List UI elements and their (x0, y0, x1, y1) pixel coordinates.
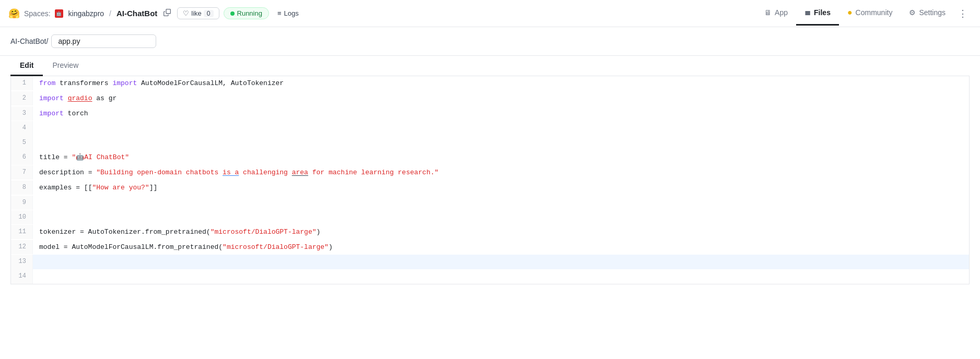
code-line-active: 13 (11, 255, 969, 269)
tab-files-label: Files (814, 8, 831, 17)
logs-icon: ≡ (277, 9, 282, 17)
line-content: examples = [["How are you?"]] (33, 181, 969, 196)
line-number: 10 (11, 210, 33, 224)
top-navigation: 🤗 Spaces: 🤖 kingabzpro / AI-ChatBot ♡ li… (0, 0, 980, 27)
line-number: 2 (11, 91, 33, 105)
more-options-button[interactable]: ⋮ (954, 6, 972, 21)
code-editor[interactable]: 1 from transformers import AutoModelForC… (10, 76, 970, 284)
line-content: tokenizer = AutoTokenizer.from_pretraine… (33, 225, 969, 240)
line-number: 13 (11, 255, 33, 269)
logs-label: Logs (284, 9, 299, 17)
line-content (33, 255, 969, 259)
line-number: 3 (11, 106, 33, 121)
line-number: 4 (11, 121, 33, 135)
line-number: 6 (11, 150, 33, 164)
line-number: 5 (11, 136, 33, 150)
settings-icon: ⚙ (909, 8, 916, 17)
tab-settings-label: Settings (919, 8, 946, 17)
line-number: 9 (11, 196, 33, 210)
line-content (33, 210, 969, 214)
copy-button[interactable] (161, 8, 173, 19)
tab-community[interactable]: ● Community (839, 1, 901, 26)
like-count: 0 (204, 10, 214, 17)
code-line: 1 from transformers import AutoModelForC… (11, 76, 969, 91)
code-line: 14 (11, 269, 969, 284)
code-line: 10 (11, 210, 969, 225)
line-content (33, 121, 969, 125)
line-content: model = AutoModelForCausalLM.from_pretra… (33, 240, 969, 255)
line-content: from transformers import AutoModelForCau… (33, 76, 969, 91)
nav-tabs: 🖥 App ≣ Files ● Community ⚙ Settings ⋮ (756, 1, 972, 26)
code-line: 3 import torch (11, 106, 969, 122)
line-number: 11 (11, 225, 33, 239)
line-content: import gradio as gr (33, 91, 969, 106)
editor-container: Edit Preview 1 from transformers import … (0, 56, 980, 295)
code-line: 5 (11, 136, 969, 150)
editor-tabs: Edit Preview (10, 56, 970, 76)
like-label: like (191, 9, 202, 17)
like-button[interactable]: ♡ like 0 (177, 7, 219, 19)
status-label: Running (237, 9, 262, 17)
user-link[interactable]: kingabzpro (68, 9, 104, 18)
line-content: import torch (33, 106, 969, 122)
status-dot (230, 11, 235, 16)
filename-input[interactable] (51, 34, 156, 48)
code-line: 7 description = "Building open-domain ch… (11, 165, 969, 181)
spaces-label: Spaces: (24, 9, 51, 18)
code-line: 9 (11, 196, 969, 210)
tab-edit[interactable]: Edit (10, 56, 43, 76)
tab-app[interactable]: 🖥 App (756, 1, 796, 26)
breadcrumb-folder: AI-ChatBot/ (10, 37, 48, 45)
line-number: 14 (11, 269, 33, 283)
spaces-icon: 🤗 (8, 8, 20, 19)
app-icon: 🖥 (764, 8, 772, 17)
tab-settings[interactable]: ⚙ Settings (901, 1, 954, 26)
repo-name: AI-ChatBot (116, 9, 157, 18)
path-separator: / (109, 9, 111, 18)
line-content: title = "🤖AI ChatBot" (33, 150, 969, 165)
code-line: 4 (11, 121, 969, 136)
line-content (33, 196, 969, 200)
tab-files[interactable]: ≣ Files (796, 1, 839, 26)
repo-type-icon: 🤖 (55, 9, 63, 18)
tab-community-label: Community (856, 8, 893, 17)
line-content (33, 136, 969, 140)
line-content (33, 269, 969, 273)
files-icon: ≣ (804, 8, 811, 17)
nav-left: 🤗 Spaces: 🤖 kingabzpro / AI-ChatBot ♡ li… (8, 7, 756, 19)
code-line: 11 tokenizer = AutoTokenizer.from_pretra… (11, 225, 969, 240)
community-icon: ● (847, 8, 853, 17)
line-number: 7 (11, 165, 33, 180)
line-number: 12 (11, 240, 33, 254)
tab-app-label: App (775, 8, 788, 17)
heart-icon: ♡ (183, 9, 189, 17)
line-number: 1 (11, 76, 33, 90)
breadcrumb: AI-ChatBot/ (0, 27, 980, 56)
logs-button[interactable]: ≡ Logs (273, 7, 303, 19)
code-line: 6 title = "🤖AI ChatBot" (11, 150, 969, 165)
code-line: 2 import gradio as gr (11, 91, 969, 106)
code-line: 8 examples = [["How are you?"]] (11, 181, 969, 196)
line-number: 8 (11, 181, 33, 195)
running-status: Running (224, 7, 269, 19)
tab-preview[interactable]: Preview (43, 56, 88, 76)
line-content: description = "Building open-domain chat… (33, 165, 969, 181)
code-line: 12 model = AutoModelForCausalLM.from_pre… (11, 240, 969, 255)
